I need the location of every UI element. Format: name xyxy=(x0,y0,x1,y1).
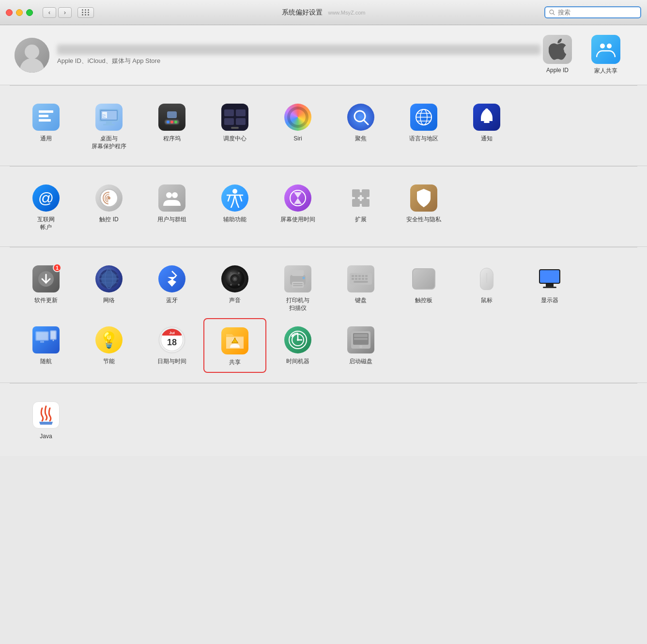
pref-java[interactable]: Java xyxy=(15,393,77,446)
keyboard-icon xyxy=(347,265,375,293)
software-label: 软件更新 xyxy=(34,297,58,305)
pref-software[interactable]: 1 软件更新 xyxy=(15,257,77,318)
titlebar: ‹ › 系统偏好设置 www.MsyZ.com xyxy=(0,0,647,25)
java-svg xyxy=(36,403,56,427)
pref-sidecar[interactable]: 随航 xyxy=(15,318,77,373)
pref-language[interactable]: 语言与地区 xyxy=(392,95,455,156)
avatar[interactable] xyxy=(15,38,49,73)
timemachine-icon xyxy=(284,326,312,354)
mission-svg xyxy=(222,106,247,131)
pref-internet[interactable]: @ 互联网 帐户 xyxy=(15,176,77,237)
pref-trackpad[interactable]: 触控板 xyxy=(392,257,455,318)
pref-security[interactable]: 安全性与隐私 xyxy=(392,176,455,237)
svg-point-37 xyxy=(108,197,110,199)
pref-startdisk[interactable]: 启动磁盘 xyxy=(329,318,392,373)
watermark-text: www.MsyZ.com xyxy=(328,10,365,15)
security-icon xyxy=(410,184,438,212)
internet-label: 互联网 帐户 xyxy=(37,216,55,231)
pref-keyboard[interactable]: 键盘 xyxy=(329,257,392,318)
family-sharing-icon xyxy=(591,35,620,64)
pref-datetime[interactable]: 18 Jul 日期与时间 xyxy=(140,318,203,373)
svg-rect-80 xyxy=(358,278,361,280)
svg-rect-74 xyxy=(355,275,357,277)
apple-id-button[interactable]: Apple ID xyxy=(540,35,574,75)
search-box[interactable] xyxy=(544,6,641,18)
java-label: Java xyxy=(40,433,52,441)
keyboard-svg xyxy=(349,270,373,288)
minimize-button[interactable] xyxy=(16,9,23,16)
svg-point-63 xyxy=(238,272,240,274)
sidecar-label: 随航 xyxy=(40,358,52,366)
pref-display[interactable]: 显示器 xyxy=(518,257,581,318)
search-input[interactable] xyxy=(558,9,636,16)
user-info: •••••••• Apple ID、iCloud、媒体与 App Store xyxy=(57,45,540,65)
sidecar-icon xyxy=(32,326,60,354)
svg-point-39 xyxy=(172,192,178,198)
family-sharing-button[interactable]: 家人共享 xyxy=(589,35,623,75)
pref-printer[interactable]: 打印机与 扫描仪 xyxy=(266,257,329,318)
sharing-label: 共享 xyxy=(229,359,241,367)
user-name: •••••••• xyxy=(57,45,540,55)
pref-siri[interactable]: Siri xyxy=(266,95,329,156)
pref-notifications[interactable]: 通知 xyxy=(455,95,518,156)
svg-rect-44 xyxy=(362,189,370,197)
svg-rect-86 xyxy=(546,284,554,287)
pref-spotlight[interactable]: 聚焦 xyxy=(329,95,392,156)
svg-rect-111 xyxy=(354,338,368,340)
svg-rect-43 xyxy=(352,189,360,197)
svg-rect-77 xyxy=(365,275,368,277)
svg-point-19 xyxy=(174,121,177,123)
mouse-label: 鼠标 xyxy=(481,297,493,305)
svg-text:18: 18 xyxy=(167,337,177,347)
grid-view-button[interactable] xyxy=(77,7,94,18)
pref-screentime[interactable]: 屏幕使用时间 xyxy=(266,176,329,237)
svg-rect-70 xyxy=(293,285,303,286)
pref-touchid[interactable]: 触控 ID xyxy=(77,176,140,237)
svg-rect-68 xyxy=(292,270,304,276)
language-icon xyxy=(410,103,438,131)
pref-mission[interactable]: 调度中心 xyxy=(203,95,266,156)
sound-label: 声音 xyxy=(229,297,241,305)
svg-rect-24 xyxy=(224,118,234,125)
pref-accessibility[interactable]: 辅助功能 xyxy=(203,176,266,237)
svg-rect-83 xyxy=(354,281,368,283)
avatar-head xyxy=(25,45,39,59)
icons-grid-1: 通用 File New xyxy=(15,95,632,156)
pref-network[interactable]: 网络 xyxy=(77,257,140,318)
pref-dock[interactable]: 程序坞 xyxy=(140,95,203,156)
family-sharing-label: 家人共享 xyxy=(594,67,617,75)
screentime-svg xyxy=(288,188,308,208)
avatar-image xyxy=(15,38,49,73)
pref-battery[interactable]: 💡 节能 xyxy=(77,318,140,373)
apple-id-icon xyxy=(543,35,572,64)
pref-general[interactable]: 通用 xyxy=(15,95,77,156)
pref-sound[interactable]: 声音 xyxy=(203,257,266,318)
svg-point-40 xyxy=(232,189,237,194)
family-icon-svg xyxy=(596,40,616,59)
forward-button[interactable]: › xyxy=(58,7,72,18)
svg-text:New: New xyxy=(103,116,106,118)
touchid-label: 触控 ID xyxy=(99,216,118,224)
main-content: •••••••• Apple ID、iCloud、媒体与 App Store A… xyxy=(0,25,647,456)
general-icon xyxy=(32,103,60,131)
pref-bluetooth[interactable]: 蓝牙 xyxy=(140,257,203,318)
extensions-label: 扩展 xyxy=(355,216,367,224)
svg-rect-23 xyxy=(236,109,246,116)
svg-line-1 xyxy=(553,14,555,15)
pref-timemachine[interactable]: 时间机器 xyxy=(266,318,329,373)
pref-sharing[interactable]: ! 共享 xyxy=(203,318,266,373)
startdisk-svg xyxy=(349,329,372,351)
back-button[interactable]: ‹ xyxy=(43,7,56,18)
network-icon xyxy=(95,265,123,293)
icons-grid-3: 1 软件更新 xyxy=(15,257,632,373)
pref-extensions[interactable]: 扩展 xyxy=(329,176,392,237)
close-button[interactable] xyxy=(6,9,13,16)
pref-mouse[interactable]: 鼠标 xyxy=(455,257,518,318)
svg-point-65 xyxy=(238,284,240,286)
svg-rect-22 xyxy=(224,109,234,116)
notifications-label: 通知 xyxy=(481,135,493,143)
svg-rect-110 xyxy=(354,334,368,337)
maximize-button[interactable] xyxy=(26,9,33,16)
pref-desktop[interactable]: File New 桌面与 屏幕保护程序 xyxy=(77,95,140,156)
pref-users[interactable]: 用户与群组 xyxy=(140,176,203,237)
